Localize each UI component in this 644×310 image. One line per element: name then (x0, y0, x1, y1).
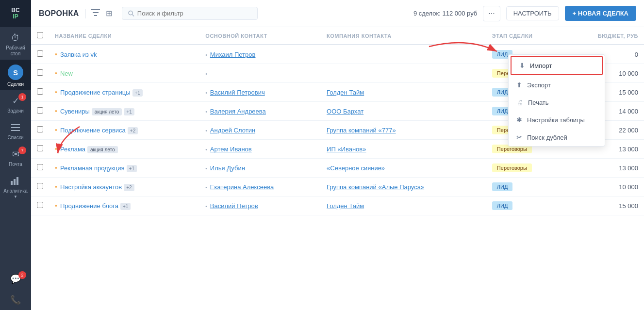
dropdown-item-table-settings[interactable]: ✱ Настройки таблицы (509, 111, 605, 129)
row-checkbox[interactable] (37, 164, 43, 170)
deals-icon: S (8, 65, 23, 80)
contact-link[interactable]: Михаил Петров (210, 51, 256, 58)
company-link[interactable]: Группа компаний «777» (327, 127, 396, 134)
page-title: ВОРОНКА (39, 9, 79, 18)
company-link[interactable]: «Северное сияние» (327, 164, 385, 172)
sidebar-item-mail[interactable]: ✉ Почта 7 (0, 144, 31, 170)
contact-link[interactable]: Василий Петров (210, 202, 258, 210)
row-checkbox[interactable] (37, 202, 43, 208)
svg-rect-5 (17, 177, 18, 185)
deals-stats: 9 сделок: 112 000 руб (413, 10, 477, 17)
chat-badge: 2 (18, 271, 26, 279)
plus-badge[interactable]: +1 (132, 89, 143, 97)
row-checkbox[interactable] (37, 107, 43, 114)
contact-dot: • (205, 109, 207, 114)
row-checkbox[interactable] (37, 50, 43, 57)
print-label: Печать (528, 99, 549, 106)
contact-link[interactable]: Екатерина Алексеева (210, 183, 274, 191)
svg-point-9 (129, 11, 132, 15)
tasks-badge: 1 (18, 93, 26, 101)
company-link[interactable]: ООО Бархат (327, 108, 363, 115)
row-checkbox[interactable] (37, 69, 43, 76)
plus-badge[interactable]: +1 (120, 203, 131, 210)
export-icon: ⬆ (516, 81, 522, 89)
deal-name-link[interactable]: Настройка аккаунтов (60, 183, 122, 191)
svg-rect-1 (11, 127, 20, 128)
contact-link[interactable]: Артем Иванов (210, 146, 252, 153)
sidebar-item-phone[interactable]: 📞 (0, 289, 31, 310)
new-deal-button[interactable]: + НОВАЯ СДЕЛКА (565, 6, 636, 21)
contact-link[interactable]: Василий Петрович (210, 89, 265, 96)
deal-bullet-icon: • (55, 183, 57, 191)
contact-link[interactable]: Валерия Андреева (210, 108, 266, 115)
col-stage: ЭТАП СДЕЛКИ (486, 27, 565, 45)
sidebar-label-deals: Сделки (7, 82, 24, 87)
search-input[interactable] (137, 10, 251, 17)
svg-rect-7 (93, 12, 99, 13)
more-options-button[interactable]: ··· (483, 6, 500, 21)
row-checkbox[interactable] (37, 183, 43, 189)
header-divider-1 (85, 9, 85, 18)
svg-rect-3 (11, 181, 13, 185)
deals-table-container: НАЗВАНИЕ СДЕЛКИ ОСНОВНОЙ КОНТАКТ КОМПАНИ… (31, 27, 644, 310)
col-checkbox (31, 27, 49, 45)
deal-name-link[interactable]: Сувениры (60, 108, 90, 115)
header: ВОРОНКА ⊞ 9 сделок: 112 000 руб ··· НАСТ… (31, 0, 644, 27)
budget-value: 10 000 (565, 178, 644, 196)
sidebar-label-dashboard: Рабочийстол (6, 45, 25, 57)
dropdown-item-print[interactable]: 🖨 Печать (509, 94, 605, 111)
import-icon: ⬇ (519, 62, 525, 69)
deal-name-link[interactable]: Реклама (60, 146, 85, 153)
lists-icon (10, 122, 21, 133)
sidebar-item-chat[interactable]: 💬 2 (0, 268, 31, 289)
sidebar-item-lists[interactable]: Списки (0, 117, 31, 144)
sidebar-item-tasks[interactable]: ✓ Задачи 1 (0, 90, 31, 117)
deal-bullet-icon: • (55, 202, 57, 210)
deal-name-link[interactable]: Заявка из vk (60, 51, 97, 58)
settings-button[interactable]: НАСТРОИТЬ (506, 6, 559, 20)
dropdown-item-export[interactable]: ⬆ Экспорт (509, 76, 605, 94)
plus-badge[interactable]: +2 (124, 184, 134, 191)
plus-badge[interactable]: +1 (124, 108, 134, 115)
dropdown-item-import[interactable]: ⬇ Импорт (511, 56, 603, 75)
row-checkbox[interactable] (37, 126, 43, 132)
plus-badge[interactable]: +2 (128, 127, 138, 134)
search-bar[interactable] (122, 7, 258, 20)
stage-badge: Переговоры (492, 163, 532, 172)
analytics-icon (10, 175, 21, 187)
contact-dot: • (205, 128, 207, 133)
budget-value: 15 000 (565, 196, 644, 215)
sidebar: BC IP ⏱ Рабочийстол S Сделки ✓ Задачи 1 … (0, 0, 31, 310)
company-link[interactable]: Группа компаний «Алые Паруса» (327, 183, 424, 191)
table-settings-label: Настройки таблицы (527, 116, 585, 124)
sidebar-label-analytics: Аналитика (3, 188, 28, 194)
deal-name-link[interactable]: Продвижение страницы (60, 89, 131, 96)
deal-bullet-icon: • (55, 69, 57, 77)
deal-name-link[interactable]: Рекламная продукция (60, 164, 125, 172)
company-link[interactable]: Голден Тайм (327, 202, 364, 210)
dropdown-item-find-duplicates[interactable]: ✂ Поиск дублей (509, 129, 605, 146)
select-all-checkbox[interactable] (37, 32, 43, 38)
deal-name-link[interactable]: Подключение сервиса (60, 127, 126, 134)
deal-bullet-icon: • (55, 164, 57, 172)
col-company: КОМПАНИЯ КОНТАКТА (321, 27, 486, 45)
deal-name-link[interactable]: New (60, 70, 73, 77)
sidebar-item-dashboard[interactable]: ⏱ Рабочийстол (0, 27, 31, 60)
svg-rect-8 (94, 15, 97, 16)
contact-link[interactable]: Илья Дубин (210, 164, 245, 172)
funnel-icon[interactable] (91, 8, 100, 18)
sidebar-item-analytics[interactable]: Аналитика ▼ (0, 170, 31, 202)
company-link[interactable]: Голден Тайм (327, 89, 364, 96)
row-checkbox[interactable] (37, 88, 43, 95)
svg-rect-6 (91, 9, 100, 10)
row-checkbox[interactable] (37, 145, 43, 151)
contact-link[interactable]: Андрей Слотин (210, 127, 255, 134)
contact-dot: • (205, 90, 207, 96)
grid-icon[interactable]: ⊞ (106, 9, 112, 18)
company-link[interactable]: ИП «Иванов» (327, 146, 366, 153)
table-row: •Продвижение блога+1•Василий ПетровГолде… (31, 196, 644, 215)
deal-name-link[interactable]: Продвижение блога (60, 202, 118, 210)
plus-badge[interactable]: +1 (127, 165, 137, 172)
mail-badge: 7 (18, 147, 26, 154)
sidebar-item-deals[interactable]: S Сделки (0, 60, 31, 90)
